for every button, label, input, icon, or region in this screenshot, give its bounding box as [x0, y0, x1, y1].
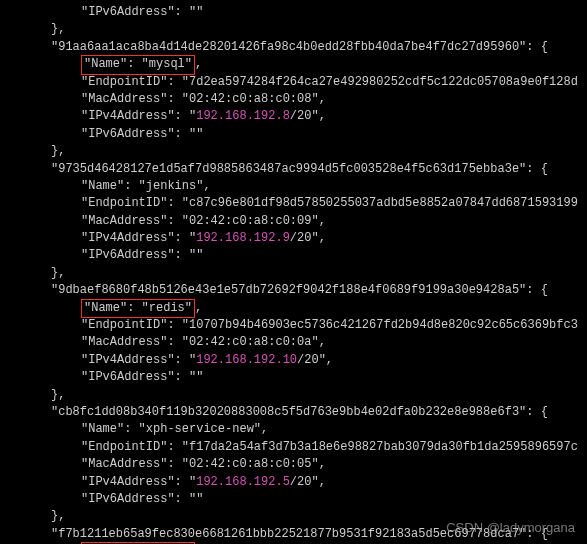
highlighted-name: "Name": "redis"	[81, 299, 195, 318]
highlighted-name: "Name": "mysql"	[81, 55, 195, 74]
json-close: },	[6, 21, 587, 38]
json-hash-key: "cb8fc1dd08b340f119b32020883008c5f5d763e…	[6, 404, 587, 421]
json-name: "Name": "jenkins",	[6, 178, 587, 195]
json-ipv4: "IPv4Address": "192.168.192.5/20",	[6, 474, 587, 491]
json-name: "Name": "redis",	[6, 300, 587, 317]
terminal-output: "IPv6Address": ""},"91aa6aa1aca8ba4d14de…	[6, 4, 587, 544]
json-endpoint-id: "EndpointID": "7d2ea5974284f264ca27e4929…	[6, 74, 587, 91]
json-endpoint-id: "EndpointID": "10707b94b46903ec5736c4212…	[6, 317, 587, 334]
json-close: },	[6, 387, 587, 404]
json-ipv6: "IPv6Address": ""	[6, 369, 587, 386]
ipv4-value: 192.168.192.9	[196, 231, 290, 245]
watermark: CSDN @ladymorgana	[446, 519, 575, 538]
json-endpoint-id: "EndpointID": "c87c96e801df98d5785025503…	[6, 195, 587, 212]
json-mac: "MacAddress": "02:42:c0:a8:c0:0a",	[6, 334, 587, 351]
json-ipv6-prev: "IPv6Address": ""	[6, 4, 587, 21]
json-close: },	[6, 143, 587, 160]
json-ipv6: "IPv6Address": ""	[6, 126, 587, 143]
json-ipv4: "IPv4Address": "192.168.192.9/20",	[6, 230, 587, 247]
json-ipv4: "IPv4Address": "192.168.192.10/20",	[6, 352, 587, 369]
json-close: },	[6, 265, 587, 282]
json-hash-key: "9dbaef8680f48b5126e43e1e57db72692f9042f…	[6, 282, 587, 299]
json-ipv4: "IPv4Address": "192.168.192.8/20",	[6, 108, 587, 125]
json-ipv6: "IPv6Address": ""	[6, 247, 587, 264]
ipv4-value: 192.168.192.10	[196, 353, 297, 367]
json-endpoint-id: "EndpointID": "f17da2a54af3d7b3a18e6e988…	[6, 439, 587, 456]
json-mac: "MacAddress": "02:42:c0:a8:c0:05",	[6, 456, 587, 473]
ipv4-value: 192.168.192.5	[196, 475, 290, 489]
json-hash-key: "91aa6aa1aca8ba4d14de28201426fa98c4b0edd…	[6, 39, 587, 56]
json-name: "Name": "mysql",	[6, 56, 587, 73]
json-mac: "MacAddress": "02:42:c0:a8:c0:09",	[6, 213, 587, 230]
json-mac: "MacAddress": "02:42:c0:a8:c0:08",	[6, 91, 587, 108]
json-name: "Name": "xph-service-new",	[6, 421, 587, 438]
json-hash-key: "9735d46428127e1d5af7d9885863487ac9994d5…	[6, 161, 587, 178]
ipv4-value: 192.168.192.8	[196, 109, 290, 123]
json-ipv6: "IPv6Address": ""	[6, 491, 587, 508]
